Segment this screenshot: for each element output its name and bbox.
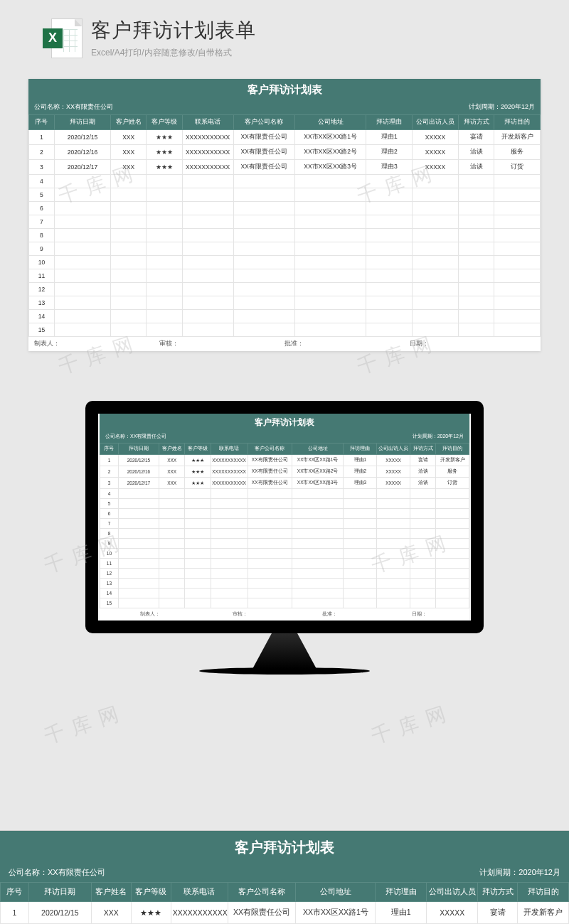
column-header: 客户姓名 xyxy=(111,115,147,130)
page-title: 客户拜访计划表单 xyxy=(91,17,526,44)
page-subtitle: Excel/A4打印/内容随意修改/自带格式 xyxy=(91,47,526,59)
table-row: 22020/12/16XXX★★★XXXXXXXXXXXXX有限责任公司XX市X… xyxy=(100,466,469,478)
column-header: 序号 xyxy=(29,115,55,130)
table-row-empty: 10 xyxy=(100,549,469,559)
table-row-empty: 9 xyxy=(100,539,469,549)
table-row-empty: 6 xyxy=(29,202,541,215)
column-header: 联系电话 xyxy=(211,444,248,455)
company-field: 公司名称：XX有限责任公司 xyxy=(34,102,113,112)
excel-icon: X xyxy=(43,18,83,58)
column-header: 公司出访人员 xyxy=(413,115,459,130)
column-header: 序号 xyxy=(1,883,29,902)
column-header: 客户公司名称 xyxy=(228,883,296,902)
column-header: 客户公司名称 xyxy=(233,115,294,130)
table-row-empty: 7 xyxy=(100,519,469,529)
column-header: 拜访日期 xyxy=(54,115,110,130)
bottom-preview-strip: 客户拜访计划表 公司名称：XX有限责任公司 计划周期：2020年12月 序号拜访… xyxy=(0,830,569,924)
column-header: 公司地址 xyxy=(296,883,376,902)
table-row-empty: 15 xyxy=(100,598,469,608)
table-row-empty: 6 xyxy=(100,509,469,519)
excel-icon-letter: X xyxy=(43,28,63,48)
table-row: 32020/12/17XXX★★★XXXXXXXXXXXXX有限责任公司XX市X… xyxy=(100,478,469,489)
table-row-empty: 5 xyxy=(29,188,541,202)
table-row: 22020/12/16XXX★★★XXXXXXXXXXXXX有限责任公司XX市X… xyxy=(29,145,541,160)
table-row: 12020/12/15XXX★★★XXXXXXXXXXXXX有限责任公司XX市X… xyxy=(29,130,541,145)
column-header: 拜访日期 xyxy=(118,444,159,455)
table-header-row: 序号拜访日期客户姓名客户等级联系电话客户公司名称公司地址拜访理由公司出访人员拜访… xyxy=(29,115,541,130)
column-header: 拜访理由 xyxy=(366,115,413,130)
column-header: 拜访日期 xyxy=(28,883,91,902)
sheet-title: 客户拜访计划表 xyxy=(28,79,541,101)
column-header: 拜访理由 xyxy=(376,883,427,902)
table-row-empty: 11 xyxy=(100,559,469,569)
column-header: 客户公司名称 xyxy=(248,444,292,455)
column-header: 拜访目的 xyxy=(494,115,541,130)
monitor-mockup: 客户拜访计划表 公司名称：XX有限责任公司 计划周期：2020年12月 序号拜访… xyxy=(0,401,569,675)
table-row-empty: 12 xyxy=(100,569,469,579)
table-row-empty: 4 xyxy=(100,489,469,499)
table-row: 12020/12/15XXX★★★XXXXXXXXXXXXX有限责任公司XX市X… xyxy=(100,455,469,466)
table-row-empty: 9 xyxy=(29,242,541,256)
table-row-empty: 14 xyxy=(100,589,469,598)
footer-date: 日期： xyxy=(410,340,535,348)
column-header: 客户姓名 xyxy=(159,444,185,455)
table-row-empty: 13 xyxy=(100,579,469,589)
footer-maker: 制表人： xyxy=(34,340,159,348)
visit-plan-table-bottom: 序号拜访日期客户姓名客户等级联系电话客户公司名称公司地址拜访理由公司出访人员拜访… xyxy=(0,882,569,924)
table-row-empty: 10 xyxy=(29,256,541,269)
column-header: 序号 xyxy=(100,444,119,455)
column-header: 公司出访人员 xyxy=(427,883,478,902)
table-row-empty: 4 xyxy=(29,175,541,188)
watermark: 千库网 xyxy=(368,698,457,750)
column-header: 联系电话 xyxy=(182,115,233,130)
column-header: 公司出访人员 xyxy=(377,444,410,455)
column-header: 拜访方式 xyxy=(458,115,494,130)
table-row-empty: 8 xyxy=(29,229,541,242)
column-header: 拜访目的 xyxy=(436,444,469,455)
footer-checker: 审核： xyxy=(159,340,284,348)
column-header: 联系电话 xyxy=(171,883,228,902)
column-header: 拜访方式 xyxy=(410,444,435,455)
footer-approver: 批准： xyxy=(284,340,410,348)
table-row-empty: 11 xyxy=(29,269,541,283)
column-header: 拜访目的 xyxy=(518,883,569,902)
table-row-empty: 5 xyxy=(100,499,469,509)
table-row-empty: 8 xyxy=(100,529,469,539)
sheet-title-mini: 客户拜访计划表 xyxy=(100,414,469,431)
column-header: 客户等级 xyxy=(185,444,211,455)
column-header: 拜访理由 xyxy=(344,444,377,455)
column-header: 客户等级 xyxy=(147,115,182,130)
visit-plan-table-mini: 序号拜访日期客户姓名客户等级联系电话客户公司名称公司地址拜访理由公司出访人员拜访… xyxy=(100,443,469,608)
period-field: 计划周期：2020年12月 xyxy=(469,102,535,112)
table-row-empty: 7 xyxy=(29,215,541,229)
table-row: 32020/12/17XXX★★★XXXXXXXXXXXXX有限责任公司XX市X… xyxy=(29,160,541,175)
column-header: 客户等级 xyxy=(131,883,171,902)
table-row-empty: 14 xyxy=(29,310,541,323)
visit-plan-table: 序号拜访日期客户姓名客户等级联系电话客户公司名称公司地址拜访理由公司出访人员拜访… xyxy=(28,114,541,337)
table-row-empty: 12 xyxy=(29,283,541,296)
table-row: 12020/12/15XXX★★★XXXXXXXXXXXXX有限责任公司XX市X… xyxy=(1,902,569,924)
table-row-empty: 15 xyxy=(29,323,541,337)
column-header: 公司地址 xyxy=(294,115,366,130)
table-row-empty: 13 xyxy=(29,296,541,310)
sheet-footer: 制表人： 审核： 批准： 日期： xyxy=(28,337,541,351)
sheet-title-bottom: 客户拜访计划表 xyxy=(0,831,569,864)
page-header: X 客户拜访计划表单 Excel/A4打印/内容随意修改/自带格式 xyxy=(0,0,569,66)
column-header: 客户姓名 xyxy=(91,883,131,902)
watermark: 千库网 xyxy=(41,698,130,750)
template-preview-card: 客户拜访计划表 公司名称：XX有限责任公司 计划周期：2020年12月 序号拜访… xyxy=(28,79,541,351)
column-header: 公司地址 xyxy=(292,444,344,455)
column-header: 拜访方式 xyxy=(478,883,518,902)
